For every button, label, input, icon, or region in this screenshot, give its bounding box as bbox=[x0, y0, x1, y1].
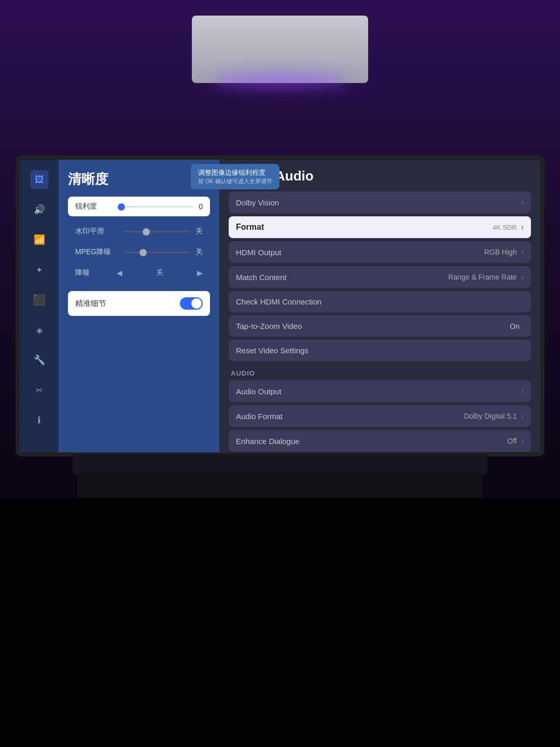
noise-label: 降噪 bbox=[75, 268, 117, 278]
noise-right-arrow[interactable]: ▶ bbox=[197, 269, 203, 277]
right-panel: eo and Audio Dolby Vision › Format 4K SD… bbox=[219, 160, 540, 452]
sidebar-icon-ai[interactable]: ◈ bbox=[30, 321, 49, 339]
audio-format-label: Audio Format bbox=[236, 412, 464, 421]
sidebar-icon-bluetooth[interactable]: ✦ bbox=[30, 260, 49, 279]
check-hdmi-row[interactable]: Check HDMI Connection bbox=[229, 291, 531, 312]
ac-unit bbox=[192, 16, 368, 83]
sidebar-icon-settings[interactable]: 🔧 bbox=[30, 351, 49, 369]
sidebar-icon-hdmi[interactable]: ⬛ bbox=[30, 290, 49, 309]
mpeg-label: MPEG降噪 bbox=[75, 247, 117, 257]
soundbar bbox=[78, 472, 482, 501]
watermark-label: 水印平滑 bbox=[75, 227, 117, 236]
dolby-vision-label: Dolby Vision bbox=[236, 198, 521, 207]
enhance-dialogue-value: Off bbox=[507, 437, 516, 445]
noise-left-arrow[interactable]: ◀ bbox=[117, 269, 122, 277]
format-value: 4K SDR bbox=[493, 224, 517, 231]
sidebar-icon-display[interactable]: 🖼 bbox=[30, 170, 49, 189]
tap-zoom-label: Tap-to-Zoom Video bbox=[236, 322, 510, 330]
watermark-value: 关 bbox=[195, 227, 203, 236]
hdmi-output-value: RGB High bbox=[484, 248, 517, 256]
mpeg-thumb bbox=[139, 249, 147, 256]
tooltip-overlay: 调整图像边缘锐利程度 按 OK 确认键可进入全屏调节 bbox=[191, 164, 279, 189]
audio-output-label: Audio Output bbox=[236, 387, 521, 396]
sidebar-icon-wifi[interactable]: 📶 bbox=[30, 230, 49, 249]
tv-frame: 🖼 🔊 📶 ✦ ⬛ ◈ 🔧 ✂ ℹ 清晰度 锐利度 0 bbox=[16, 156, 544, 457]
toggle-knob bbox=[191, 298, 202, 309]
watermark-slider bbox=[123, 231, 189, 232]
audio-format-chevron: › bbox=[521, 411, 524, 421]
format-label: Format bbox=[236, 223, 493, 232]
match-content-value: Range & Frame Rate bbox=[448, 273, 516, 281]
tooltip-line1: 调整图像边缘锐利程度 bbox=[198, 168, 272, 177]
fine-detail-toggle[interactable] bbox=[180, 297, 203, 310]
match-content-row[interactable]: Match Content Range & Frame Rate › bbox=[229, 266, 531, 288]
tooltip-line2: 按 OK 确认键可进入全屏调节 bbox=[198, 177, 272, 185]
hdmi-output-chevron: › bbox=[521, 247, 524, 257]
dolby-vision-chevron: › bbox=[521, 198, 524, 207]
sidebar-icon-info[interactable]: ℹ bbox=[30, 411, 49, 430]
mpeg-row[interactable]: MPEG降噪 关 bbox=[68, 242, 210, 262]
hdmi-output-label: HDMI Output bbox=[236, 248, 484, 257]
reset-video-label: Reset Video Settings bbox=[236, 346, 524, 355]
match-content-chevron: › bbox=[521, 272, 524, 282]
dolby-vision-row[interactable]: Dolby Vision › bbox=[229, 191, 531, 213]
audio-format-value: Dolby Digital 5.1 bbox=[464, 412, 517, 420]
ac-glow bbox=[209, 75, 351, 86]
audio-output-chevron: › bbox=[521, 386, 524, 396]
mpeg-slider bbox=[123, 252, 189, 253]
tap-zoom-row[interactable]: Tap-to-Zoom Video On bbox=[229, 315, 531, 337]
fine-detail-row[interactable]: 精准细节 bbox=[68, 291, 210, 316]
left-panel: 清晰度 锐利度 0 水印平滑 关 MPEG降噪 bbox=[59, 160, 219, 452]
audio-output-row[interactable]: Audio Output › bbox=[229, 380, 531, 402]
noise-row[interactable]: 降噪 ◀ 关 ▶ bbox=[68, 263, 210, 283]
floor-area bbox=[0, 498, 560, 747]
sidebar-icon-accessibility[interactable]: ✂ bbox=[30, 381, 49, 399]
sharpness-row[interactable]: 锐利度 0 bbox=[68, 197, 210, 216]
sharpness-thumb bbox=[117, 202, 126, 212]
noise-value: 关 bbox=[122, 268, 197, 278]
tap-zoom-value: On bbox=[510, 322, 520, 330]
format-chevron: › bbox=[521, 223, 524, 232]
enhance-dialogue-label: Enhance Dialogue bbox=[236, 437, 507, 446]
format-row[interactable]: Format 4K SDR › bbox=[229, 216, 531, 238]
sharpness-slider[interactable] bbox=[117, 206, 193, 208]
tv-stand bbox=[73, 454, 487, 475]
mpeg-value: 关 bbox=[195, 247, 203, 257]
watermark-thumb bbox=[143, 228, 150, 236]
reset-video-row[interactable]: Reset Video Settings bbox=[229, 340, 531, 361]
fine-detail-label: 精准细节 bbox=[75, 299, 180, 309]
tv-screen: 🖼 🔊 📶 ✦ ⬛ ◈ 🔧 ✂ ℹ 清晰度 锐利度 0 bbox=[20, 160, 540, 452]
audio-format-row[interactable]: Audio Format Dolby Digital 5.1 › bbox=[229, 405, 531, 427]
sidebar-icon-audio[interactable]: 🔊 bbox=[30, 200, 49, 219]
enhance-dialogue-row[interactable]: Enhance Dialogue Off › bbox=[229, 430, 531, 452]
panel-title: 清晰度 bbox=[68, 170, 210, 188]
sharpness-label: 锐利度 bbox=[75, 202, 111, 211]
sharpness-value: 0 bbox=[199, 202, 203, 211]
hdmi-output-row[interactable]: HDMI Output RGB High › bbox=[229, 241, 531, 263]
enhance-dialogue-chevron: › bbox=[521, 436, 524, 446]
match-content-label: Match Content bbox=[236, 273, 448, 282]
audio-section-label: AUDIO bbox=[229, 364, 531, 380]
check-hdmi-label: Check HDMI Connection bbox=[236, 297, 524, 306]
watermark-row[interactable]: 水印平滑 关 bbox=[68, 222, 210, 241]
sidebar: 🖼 🔊 📶 ✦ ⬛ ◈ 🔧 ✂ ℹ bbox=[20, 160, 59, 452]
